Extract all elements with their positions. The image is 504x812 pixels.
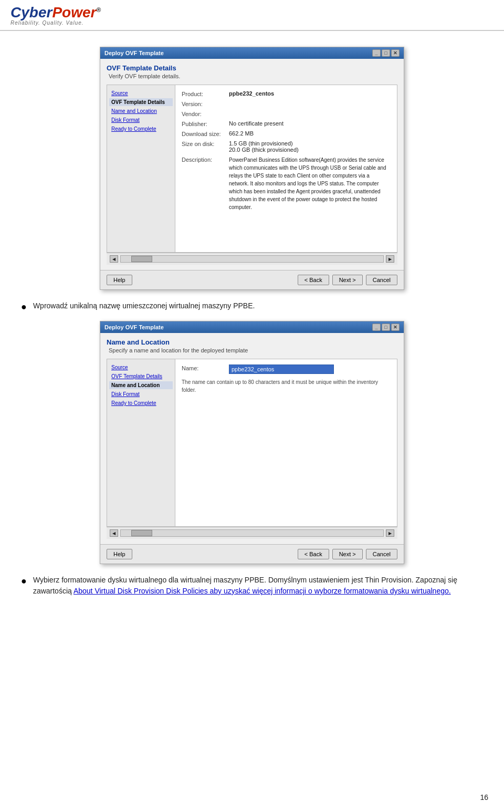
dialog2-scroll-left[interactable]: ◀ bbox=[110, 529, 118, 537]
dialog1-publisher-label: Publisher: bbox=[182, 120, 229, 127]
dialog2-sidebar-name[interactable]: Name and Location bbox=[109, 381, 173, 389]
dialog2-wrapper: Deploy OVF Template _ □ ✕ Name and Locat… bbox=[21, 321, 483, 564]
dialog1-header: OVF Template Details bbox=[107, 64, 397, 72]
dialog1-field-size: Size on disk: 1.5 GB (thin provisioned)2… bbox=[182, 140, 391, 153]
page-number: 16 bbox=[480, 793, 488, 801]
logo-power: Power bbox=[52, 4, 96, 20]
dialog2-sidebar-ovf[interactable]: OVF Template Details bbox=[109, 372, 173, 380]
dialog2-subtext: Specify a name and location for the depl… bbox=[107, 347, 397, 353]
dialog1-maximize-btn[interactable]: □ bbox=[382, 49, 390, 57]
logo-registered: ® bbox=[96, 6, 101, 14]
dialog2-content: Source OVF Template Details Name and Loc… bbox=[107, 359, 397, 527]
dialog2-close-btn[interactable]: ✕ bbox=[391, 324, 400, 331]
dialog2-minimize-btn[interactable]: _ bbox=[372, 324, 381, 331]
dialog1: Deploy OVF Template _ □ ✕ OVF Template D… bbox=[100, 47, 404, 290]
dialog1-body: OVF Template Details Verify OVF template… bbox=[100, 59, 404, 270]
dialog1-wrapper: Deploy OVF Template _ □ ✕ OVF Template D… bbox=[21, 47, 483, 290]
dialog1-publisher-value: No certificate present bbox=[229, 120, 284, 127]
dialog1-scroll-left[interactable]: ◀ bbox=[110, 255, 118, 263]
dialog1-field-description: Description: PowerPanel Business Edition… bbox=[182, 156, 391, 211]
dialog1-desc-value: PowerPanel Business Edition software(Age… bbox=[229, 156, 391, 211]
dialog2-titlebar: Deploy OVF Template _ □ ✕ bbox=[100, 321, 404, 333]
dialog1-download-label: Download size: bbox=[182, 130, 229, 137]
dialog2-sidebar: Source OVF Template Details Name and Loc… bbox=[107, 359, 175, 526]
logo-tagline: Reliability. Quality. Value. bbox=[10, 20, 101, 26]
dialog1-size-value: 1.5 GB (thin provisioned)20.0 GB (thick … bbox=[229, 140, 299, 153]
dialog1-scroll-thumb bbox=[131, 256, 152, 262]
dialog1-sidebar-ovf[interactable]: OVF Template Details bbox=[109, 98, 173, 106]
page-header: CyberPower® Reliability. Quality. Value. bbox=[0, 0, 504, 31]
dialog2-name-row: Name: bbox=[182, 365, 391, 374]
bullet2-text: Wybierz formatowanie dysku wirtualnego d… bbox=[33, 575, 483, 597]
dialog1-minimize-btn[interactable]: _ bbox=[372, 49, 381, 57]
dialog1-field-publisher: Publisher: No certificate present bbox=[182, 120, 391, 127]
dialog2-titlebar-buttons: _ □ ✕ bbox=[372, 324, 400, 331]
dialog2-help-btn[interactable]: Help bbox=[107, 549, 132, 559]
dialog2-main: Name: The name can contain up to 80 char… bbox=[175, 359, 397, 526]
dialog2-sidebar-disk[interactable]: Disk Format bbox=[109, 390, 173, 398]
dialog2-footer-right: < Back Next > Cancel bbox=[298, 549, 397, 559]
dialog2-scrollbar: ◀ ▶ bbox=[107, 527, 397, 539]
dialog2-name-input[interactable] bbox=[229, 365, 334, 374]
dialog1-scroll-right[interactable]: ▶ bbox=[386, 255, 394, 263]
dialog1-scrollbar: ◀ ▶ bbox=[107, 253, 397, 265]
dialog1-field-download: Download size: 662.2 MB bbox=[182, 130, 391, 137]
dialog1-field-version: Version: bbox=[182, 100, 391, 107]
dialog1-close-btn[interactable]: ✕ bbox=[391, 49, 400, 57]
dialog1-main: Product: ppbe232_centos Version: Vendor: bbox=[175, 85, 397, 252]
dialog1-vendor-label: Vendor: bbox=[182, 110, 229, 117]
dialog2-header: Name and Location bbox=[107, 338, 397, 346]
dialog2-back-btn[interactable]: < Back bbox=[298, 549, 329, 559]
dialog1-sidebar-ready[interactable]: Ready to Complete bbox=[109, 125, 173, 133]
dialog1-footer: Help < Back Next > Cancel bbox=[100, 270, 404, 289]
dialog2-name-label: Name: bbox=[182, 365, 229, 371]
dialog1-sidebar-name[interactable]: Name and Location bbox=[109, 107, 173, 115]
logo-brand: CyberPower® bbox=[10, 5, 101, 20]
dialog1-product-label: Product: bbox=[182, 90, 229, 97]
dialog2-footer: Help < Back Next > Cancel bbox=[100, 544, 404, 564]
dialog2-maximize-btn[interactable]: □ bbox=[382, 324, 390, 331]
dialog2-name-hint: The name can contain up to 80 characters… bbox=[182, 378, 391, 394]
logo-cyber: Cyber bbox=[10, 4, 52, 20]
bullet2-item: ● Wybierz formatowanie dysku wirtualnego… bbox=[21, 575, 483, 597]
dialog1-download-value: 662.2 MB bbox=[229, 130, 254, 137]
dialog1-titlebar: Deploy OVF Template _ □ ✕ bbox=[100, 47, 404, 59]
dialog1-footer-right: < Back Next > Cancel bbox=[298, 275, 397, 285]
disk-policy-link[interactable]: About Virtual Disk Provision Disk Polici… bbox=[74, 587, 451, 595]
dialog2-scroll-thumb bbox=[131, 530, 152, 536]
dialog1-sidebar: Source OVF Template Details Name and Loc… bbox=[107, 85, 175, 252]
bullet1-text: Wprowadź unikalną nazwę umieszczonej wir… bbox=[33, 300, 255, 311]
dialog2-body: Name and Location Specify a name and loc… bbox=[100, 333, 404, 544]
dialog1-sidebar-disk[interactable]: Disk Format bbox=[109, 116, 173, 124]
dialog1-field-vendor: Vendor: bbox=[182, 110, 391, 117]
dialog2: Deploy OVF Template _ □ ✕ Name and Locat… bbox=[100, 321, 404, 564]
dialog1-field-product: Product: ppbe232_centos bbox=[182, 90, 391, 97]
dialog1-next-btn[interactable]: Next > bbox=[332, 275, 363, 285]
cyberpower-logo: CyberPower® Reliability. Quality. Value. bbox=[10, 5, 101, 26]
dialog1-scroll-track[interactable] bbox=[120, 255, 384, 263]
dialog1-title: Deploy OVF Template bbox=[104, 50, 164, 56]
main-content: Deploy OVF Template _ □ ✕ OVF Template D… bbox=[0, 31, 504, 616]
dialog1-content: Source OVF Template Details Name and Loc… bbox=[107, 85, 397, 253]
dialog2-scroll-track[interactable] bbox=[120, 529, 384, 537]
dialog2-title: Deploy OVF Template bbox=[104, 324, 164, 330]
bullet1-item: ● Wprowadź unikalną nazwę umieszczonej w… bbox=[21, 300, 483, 313]
dialog1-help-btn[interactable]: Help bbox=[107, 275, 132, 285]
dialog2-sidebar-source[interactable]: Source bbox=[109, 363, 173, 371]
dialog1-back-btn[interactable]: < Back bbox=[298, 275, 329, 285]
dialog2-cancel-btn[interactable]: Cancel bbox=[366, 549, 397, 559]
dialog1-product-value: ppbe232_centos bbox=[229, 90, 274, 97]
dialog1-desc-label: Description: bbox=[182, 156, 229, 163]
dialog1-subtext: Verify OVF template details. bbox=[107, 73, 397, 79]
dialog1-titlebar-buttons: _ □ ✕ bbox=[372, 49, 400, 57]
dialog1-size-label: Size on disk: bbox=[182, 140, 229, 147]
dialog2-next-btn[interactable]: Next > bbox=[332, 549, 363, 559]
dialog1-cancel-btn[interactable]: Cancel bbox=[366, 275, 397, 285]
dialog2-scroll-right[interactable]: ▶ bbox=[386, 529, 394, 537]
dialog1-version-label: Version: bbox=[182, 100, 229, 107]
dialog1-sidebar-source[interactable]: Source bbox=[109, 89, 173, 97]
bullet1-dot: ● bbox=[21, 301, 27, 313]
bullet2-dot: ● bbox=[21, 576, 27, 587]
dialog2-sidebar-ready[interactable]: Ready to Complete bbox=[109, 399, 173, 407]
